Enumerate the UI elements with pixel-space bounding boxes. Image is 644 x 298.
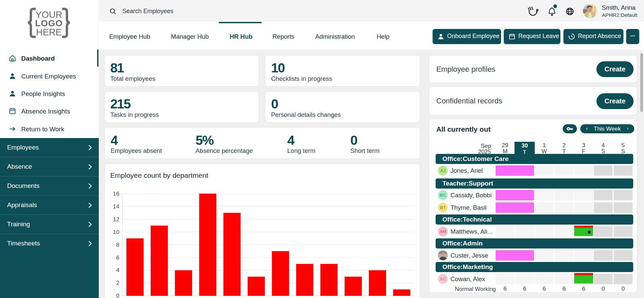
svg-text:4: 4 [116, 267, 119, 273]
svg-text:0: 0 [116, 293, 119, 298]
svg-text:10: 10 [113, 229, 119, 235]
svg-text:16: 16 [113, 191, 119, 197]
svg-text:8: 8 [116, 242, 119, 248]
svg-text:2: 2 [116, 280, 119, 286]
svg-text:HERE: HERE [36, 27, 62, 37]
svg-text:14: 14 [113, 203, 119, 210]
svg-text:6: 6 [116, 255, 119, 261]
svg-text:12: 12 [113, 216, 119, 223]
